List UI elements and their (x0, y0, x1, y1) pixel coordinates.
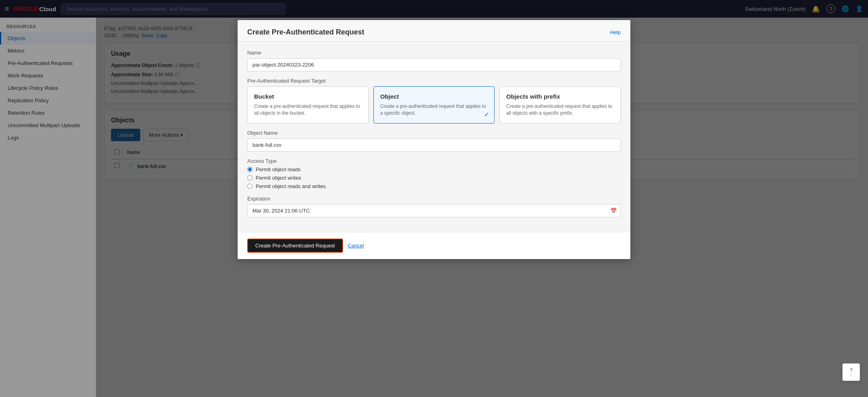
expiration-input[interactable] (247, 204, 621, 217)
access-reads-radio[interactable] (247, 167, 252, 172)
help-fab-button[interactable]: ? ⠿ (842, 363, 860, 381)
target-cards-container: Bucket Create a pre-authenticated reques… (247, 86, 621, 124)
create-par-button[interactable]: Create Pre-Authenticated Request (247, 239, 343, 253)
name-form-group: Name (247, 50, 621, 71)
target-card-objects-with-prefix[interactable]: Objects with prefix Create a pre-authent… (499, 86, 621, 124)
target-object-title: Object (380, 93, 488, 100)
modal-title: Create Pre-Authenticated Request (247, 28, 364, 36)
target-prefix-title: Objects with prefix (506, 93, 614, 100)
object-name-form-group: Object Name (247, 130, 621, 152)
access-reads-writes-label: Permit object reads and writes (256, 183, 326, 189)
cancel-button[interactable]: Cancel (348, 243, 364, 249)
expiration-label: Expiration (247, 196, 621, 202)
expiration-input-wrapper: 📅 (247, 204, 621, 217)
modal-header: Create Pre-Authenticated Request Help (238, 20, 630, 42)
name-label: Name (247, 50, 621, 56)
object-name-input[interactable] (247, 138, 621, 152)
target-bucket-title: Bucket (254, 93, 362, 100)
target-prefix-desc: Create a pre-authenticated request that … (506, 103, 614, 117)
target-card-bucket[interactable]: Bucket Create a pre-authenticated reques… (247, 86, 369, 124)
access-writes-option[interactable]: Permit object writes (247, 175, 621, 181)
expiration-form-group: Expiration 📅 (247, 196, 621, 217)
name-input[interactable] (247, 58, 621, 71)
access-type-radio-group: Permit object reads Permit object writes… (247, 166, 621, 189)
target-form-group: Pre-Authenticated Request Target Bucket … (247, 78, 621, 124)
access-reads-writes-option[interactable]: Permit object reads and writes (247, 183, 621, 189)
access-reads-option[interactable]: Permit object reads (247, 166, 621, 172)
access-reads-label: Permit object reads (256, 166, 301, 172)
target-object-desc: Create a pre-authenticated request that … (380, 103, 488, 117)
target-object-checkmark: ✓ (484, 111, 489, 118)
modal-footer: Create Pre-Authenticated Request Cancel (238, 232, 630, 259)
access-type-form-group: Access Type Permit object reads Permit o… (247, 158, 621, 189)
modal-body: Name Pre-Authenticated Request Target Bu… (238, 42, 630, 232)
target-bucket-desc: Create a pre-authenticated request that … (254, 103, 362, 117)
help-fab-icon: ? ⠿ (850, 367, 853, 378)
access-reads-writes-radio[interactable] (247, 184, 252, 189)
access-writes-label: Permit object writes (256, 175, 301, 181)
target-card-object[interactable]: Object Create a pre-authenticated reques… (373, 86, 495, 124)
create-par-modal: Create Pre-Authenticated Request Help Na… (238, 20, 630, 259)
access-type-label: Access Type (247, 158, 621, 164)
object-name-label: Object Name (247, 130, 621, 136)
modal-help-link[interactable]: Help (610, 29, 621, 35)
target-label: Pre-Authenticated Request Target (247, 78, 621, 84)
access-writes-radio[interactable] (247, 175, 252, 180)
